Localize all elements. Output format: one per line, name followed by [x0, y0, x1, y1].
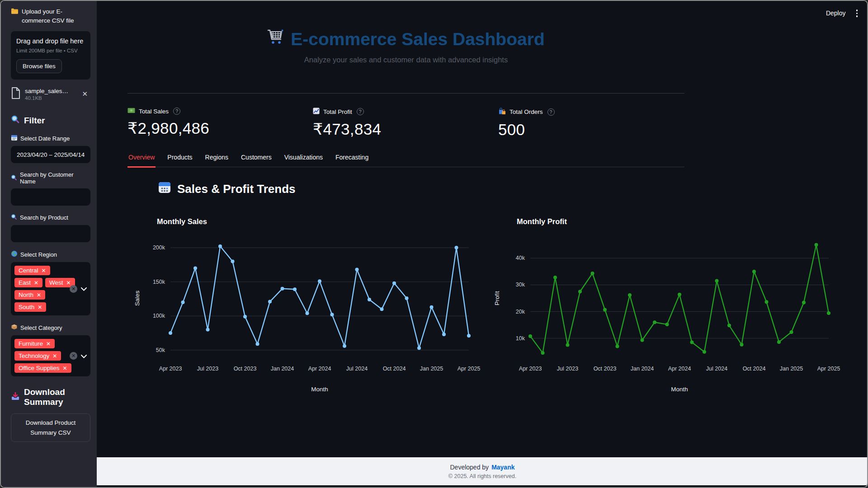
category-label-row: Select Category: [11, 324, 90, 332]
data-point[interactable]: [455, 246, 458, 249]
tab-overview[interactable]: Overview: [127, 151, 156, 167]
tab-forecasting[interactable]: Forecasting: [335, 151, 369, 167]
help-icon[interactable]: ?: [547, 108, 555, 116]
data-point[interactable]: [442, 333, 446, 336]
data-point[interactable]: [392, 282, 396, 285]
data-point[interactable]: [641, 338, 644, 342]
filter-title: Filter: [24, 116, 45, 126]
data-point[interactable]: [690, 341, 694, 344]
product-search-input[interactable]: [11, 225, 90, 242]
data-point[interactable]: [281, 287, 284, 291]
data-point[interactable]: [330, 313, 334, 316]
remove-tag-icon[interactable]: ✕: [38, 305, 42, 310]
data-point[interactable]: [752, 270, 756, 273]
series-line: [530, 245, 829, 353]
category-multiselect[interactable]: Furniture✕ Technology✕ Office Supplies✕ …: [11, 335, 90, 376]
data-point[interactable]: [380, 307, 384, 311]
help-icon[interactable]: ?: [357, 108, 364, 115]
data-point[interactable]: [218, 244, 222, 248]
data-point[interactable]: [777, 340, 781, 344]
y-axis-label: Profit: [494, 291, 500, 305]
remove-file-icon[interactable]: ✕: [80, 89, 90, 99]
region-multiselect[interactable]: Central✕ East✕ West✕ North✕ South✕ ✕: [11, 262, 90, 315]
data-point[interactable]: [765, 300, 769, 304]
data-point[interactable]: [553, 276, 557, 279]
chart-canvas[interactable]: Monthly Sales50k100k150k200kApr 2023Jul …: [127, 212, 480, 398]
remove-tag-icon[interactable]: ✕: [63, 366, 67, 371]
author-link[interactable]: Mayank: [491, 464, 514, 471]
date-range-input[interactable]: [11, 146, 90, 163]
data-point[interactable]: [715, 279, 719, 283]
x-tick-label: Jan 2024: [631, 366, 654, 372]
data-point[interactable]: [467, 334, 471, 338]
chevron-down-icon[interactable]: [81, 285, 87, 293]
remove-tag-icon[interactable]: ✕: [52, 353, 57, 359]
customer-search-input[interactable]: [11, 188, 90, 206]
data-point[interactable]: [578, 290, 582, 293]
data-point[interactable]: [293, 287, 297, 291]
data-point[interactable]: [243, 315, 247, 319]
data-point[interactable]: [653, 320, 656, 324]
chart-canvas[interactable]: Monthly Profit10k20k30k40kApr 2023Jul 20…: [487, 212, 840, 398]
data-point[interactable]: [678, 293, 681, 296]
clear-all-icon[interactable]: ✕: [70, 352, 77, 360]
data-point[interactable]: [790, 330, 793, 334]
data-point[interactable]: [827, 311, 830, 315]
globe-icon: [11, 250, 18, 258]
data-point[interactable]: [193, 267, 197, 270]
tab-regions[interactable]: Regions: [204, 151, 229, 167]
chevron-down-icon[interactable]: [81, 352, 87, 360]
main-menu-icon[interactable]: [855, 8, 859, 19]
remove-tag-icon[interactable]: ✕: [37, 292, 41, 298]
browse-files-button[interactable]: Browse files: [16, 59, 62, 73]
data-point[interactable]: [206, 328, 210, 332]
download-csv-button[interactable]: Download Product Summary CSV: [11, 413, 90, 442]
monthly-profit-chart[interactable]: Monthly Profit10k20k30k40kApr 2023Jul 20…: [487, 212, 840, 398]
remove-tag-icon[interactable]: ✕: [34, 280, 38, 286]
file-dropzone[interactable]: Drag and drop file here Limit 200MB per …: [11, 31, 90, 80]
x-tick-label: Apr 2023: [159, 366, 182, 372]
data-point[interactable]: [343, 344, 346, 348]
data-point[interactable]: [603, 308, 607, 311]
help-icon[interactable]: ?: [173, 108, 180, 115]
data-point[interactable]: [740, 343, 744, 347]
remove-tag-icon[interactable]: ✕: [46, 341, 51, 347]
data-point[interactable]: [616, 344, 619, 348]
y-axis-label: Sales: [134, 291, 141, 306]
data-point[interactable]: [169, 331, 172, 335]
charts-row: Monthly Sales50k100k150k200kApr 2023Jul …: [127, 212, 840, 398]
clear-all-icon[interactable]: ✕: [70, 285, 77, 293]
data-point[interactable]: [306, 311, 309, 315]
data-point[interactable]: [528, 334, 532, 338]
data-point[interactable]: [368, 298, 371, 301]
data-point[interactable]: [181, 300, 185, 304]
metric-label: Total Profit: [323, 108, 352, 115]
monthly-sales-chart[interactable]: Monthly Sales50k100k150k200kApr 2023Jul …: [127, 212, 480, 398]
data-point[interactable]: [541, 351, 545, 355]
data-point[interactable]: [355, 268, 359, 272]
tab-products[interactable]: Products: [166, 151, 193, 167]
data-point[interactable]: [405, 296, 409, 300]
tab-customers[interactable]: Customers: [240, 151, 273, 167]
x-tick-label: Jul 2023: [557, 366, 578, 372]
data-point[interactable]: [231, 259, 235, 263]
data-point[interactable]: [430, 305, 434, 309]
remove-tag-icon[interactable]: ✕: [42, 268, 46, 273]
data-point[interactable]: [815, 243, 818, 247]
region-tag: South✕: [14, 302, 46, 312]
data-point[interactable]: [417, 346, 421, 350]
data-point[interactable]: [703, 350, 706, 354]
x-tick-label: Jan 2025: [420, 366, 443, 372]
data-point[interactable]: [256, 342, 259, 346]
x-axis-label: Month: [671, 386, 688, 393]
data-point[interactable]: [566, 343, 570, 347]
data-point[interactable]: [628, 293, 632, 297]
data-point[interactable]: [665, 323, 669, 326]
data-point[interactable]: [268, 300, 272, 304]
data-point[interactable]: [727, 324, 731, 327]
data-point[interactable]: [802, 301, 806, 305]
tab-visualizations[interactable]: Visualizations: [283, 151, 324, 167]
data-point[interactable]: [318, 279, 321, 283]
deploy-button[interactable]: Deploy: [826, 9, 846, 17]
data-point[interactable]: [591, 272, 594, 275]
